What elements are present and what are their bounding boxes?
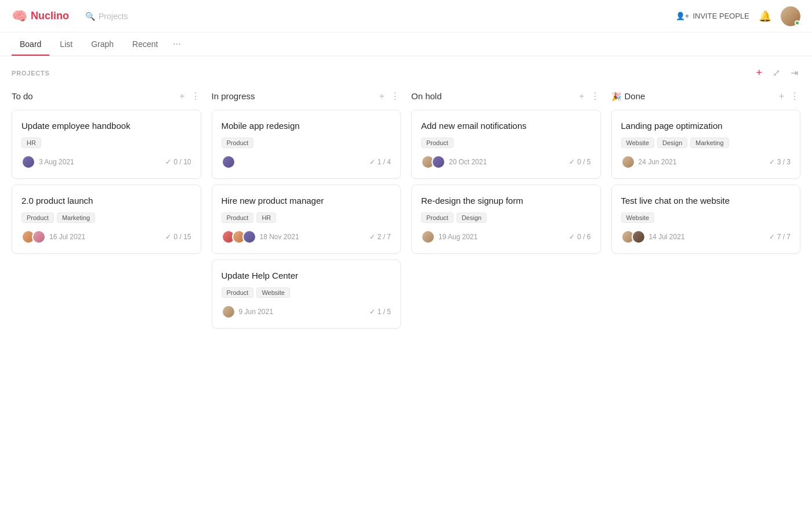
tag-product: Product	[222, 212, 254, 223]
card-title: Add new email notifications	[421, 120, 591, 132]
card-test-live-chat[interactable]: Test live chat on the website Website 14…	[611, 185, 801, 254]
checklist-count: 0 / 6	[577, 233, 590, 241]
column-inprogress-more-button[interactable]: ⋮	[389, 89, 401, 103]
checklist-count: 0 / 15	[173, 233, 191, 241]
card-footer: 16 Jul 2021 ✓ 0 / 15	[21, 230, 191, 244]
card-date: 3 Aug 2021	[39, 158, 74, 166]
checklist-icon: ✓	[769, 158, 775, 166]
column-done-add-button[interactable]: +	[778, 90, 785, 103]
checklist-count: 2 / 7	[378, 233, 391, 241]
checklist-icon: ✓	[569, 233, 575, 241]
tab-recent[interactable]: Recent	[124, 33, 166, 56]
board-header: PROJECTS + ⤢ ⇥	[12, 66, 800, 80]
column-todo-header: To do + ⋮	[12, 89, 201, 103]
card-tags: Product Website	[222, 287, 392, 298]
column-todo-more-button[interactable]: ⋮	[190, 89, 201, 103]
tabs-bar: Board List Graph Recent ⋯	[0, 33, 812, 56]
card-title: Test live chat on the website	[621, 194, 791, 207]
user-avatar[interactable]	[781, 6, 800, 26]
card-footer: 3 Aug 2021 ✓ 0 / 10	[21, 155, 191, 169]
search-placeholder: Projects	[99, 12, 128, 21]
collapse-board-button[interactable]: ⇥	[788, 66, 800, 80]
card-date: 16 Jul 2021	[49, 233, 85, 241]
search-area[interactable]: 🔍 Projects	[85, 12, 128, 21]
card-checklist: ✓ 2 / 7	[369, 233, 391, 241]
card-checklist: ✓ 1 / 5	[369, 308, 391, 316]
card-product-launch[interactable]: 2.0 product launch Product Marketing 16 …	[12, 185, 201, 254]
checklist-count: 0 / 5	[577, 158, 590, 166]
tag-product: Product	[222, 287, 254, 298]
card-add-email-notifications[interactable]: Add new email notifications Product 20 O…	[411, 110, 601, 179]
avatar	[621, 155, 635, 169]
column-onhold-actions: + ⋮	[578, 89, 600, 103]
card-avatars	[621, 230, 646, 244]
card-date: 9 Jun 2021	[239, 308, 273, 316]
column-todo: To do + ⋮ Update employee handbook HR	[12, 89, 201, 260]
avatar	[21, 155, 35, 169]
column-onhold-add-button[interactable]: +	[578, 90, 585, 103]
logo[interactable]: 🧠 Nuclino	[12, 9, 69, 24]
card-hire-product-manager[interactable]: Hire new product manager Product HR 18 N…	[212, 185, 401, 254]
invite-label: INVITE PEOPLE	[693, 12, 749, 20]
card-landing-page-optimization[interactable]: Landing page optimization Website Design…	[611, 110, 801, 179]
column-onhold-more-button[interactable]: ⋮	[589, 89, 601, 103]
card-tags: Product Design	[421, 212, 591, 223]
done-emoji: 🎉	[611, 92, 621, 101]
checklist-count: 1 / 5	[378, 308, 391, 316]
tabs-more-button[interactable]: ⋯	[168, 33, 186, 56]
card-title: Landing page optimization	[621, 120, 791, 132]
card-tags: Product	[421, 138, 591, 148]
card-date: 20 Oct 2021	[449, 158, 487, 166]
column-done: 🎉 Done + ⋮ Landing page optimization Web…	[611, 89, 801, 260]
card-checklist: ✓ 0 / 6	[569, 233, 590, 241]
tag-marketing: Marketing	[57, 212, 95, 223]
card-checklist: ✓ 0 / 10	[165, 158, 191, 166]
checklist-icon: ✓	[165, 158, 171, 166]
expand-board-button[interactable]: ⤢	[770, 66, 782, 80]
avatar	[32, 230, 46, 244]
header: 🧠 Nuclino 🔍 Projects 👤+ INVITE PEOPLE 🔔	[0, 0, 812, 33]
card-checklist: ✓ 7 / 7	[769, 233, 791, 241]
card-update-help-center[interactable]: Update Help Center Product Website 9 Jun…	[212, 260, 401, 329]
card-date: 24 Jun 2021	[639, 158, 677, 166]
tag-hr: HR	[256, 212, 276, 223]
card-avatars	[222, 305, 235, 319]
card-meta	[222, 155, 235, 169]
tab-graph[interactable]: Graph	[83, 33, 122, 56]
header-left: 🧠 Nuclino 🔍 Projects	[12, 9, 128, 24]
column-inprogress-add-button[interactable]: +	[378, 90, 386, 103]
card-meta: 18 Nov 2021	[222, 230, 299, 244]
card-avatars	[621, 155, 635, 169]
add-column-button[interactable]: +	[753, 66, 764, 80]
checklist-count: 0 / 10	[173, 158, 191, 166]
checklist-count: 3 / 3	[777, 158, 791, 166]
tag-website: Website	[621, 138, 655, 148]
column-done-header: 🎉 Done + ⋮	[611, 89, 801, 103]
card-redesign-signup-form[interactable]: Re-design the signup form Product Design…	[411, 185, 601, 254]
card-update-employee-handbook[interactable]: Update employee handbook HR 3 Aug 2021 ✓…	[12, 110, 201, 179]
column-done-more-button[interactable]: ⋮	[789, 89, 800, 103]
column-todo-title: To do	[12, 91, 33, 101]
tag-website: Website	[256, 287, 290, 298]
tab-board[interactable]: Board	[12, 33, 49, 56]
tag-design: Design	[456, 212, 487, 223]
card-tags: Product Marketing	[21, 212, 191, 223]
card-meta: 24 Jun 2021	[621, 155, 677, 169]
checklist-icon: ✓	[369, 233, 375, 241]
card-meta: 14 Jul 2021	[621, 230, 685, 244]
card-footer: 24 Jun 2021 ✓ 3 / 3	[621, 155, 791, 169]
card-footer: 18 Nov 2021 ✓ 2 / 7	[222, 230, 392, 244]
avatar	[632, 230, 646, 244]
invite-people-button[interactable]: 👤+ INVITE PEOPLE	[676, 12, 749, 20]
notifications-bell-icon[interactable]: 🔔	[759, 10, 771, 23]
column-todo-add-button[interactable]: +	[178, 90, 186, 103]
checklist-icon: ✓	[769, 233, 775, 241]
card-avatars	[421, 230, 435, 244]
card-footer: 9 Jun 2021 ✓ 1 / 5	[222, 305, 392, 319]
tag-product: Product	[21, 212, 54, 223]
column-onhold-title: On hold	[411, 91, 442, 101]
checklist-icon: ✓	[165, 233, 171, 241]
card-mobile-app-redesign[interactable]: Mobile app redesign Product ✓ 1 / 4	[212, 110, 401, 179]
tab-list[interactable]: List	[52, 33, 81, 56]
card-checklist: ✓ 1 / 4	[369, 158, 391, 166]
